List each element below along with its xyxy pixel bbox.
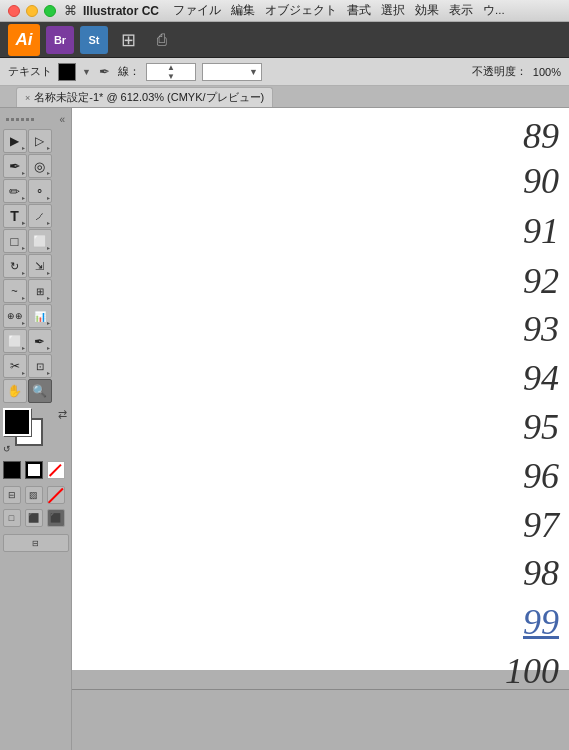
stock-icon[interactable]: St — [80, 26, 108, 54]
maximize-button[interactable] — [44, 5, 56, 17]
menu-object[interactable]: オブジェクト — [265, 3, 337, 18]
menu-view[interactable]: 表示 — [449, 3, 473, 18]
pen-tool[interactable]: ✒▸ — [3, 154, 27, 178]
shape-builder-tool[interactable]: ⊕⊕▸ — [3, 304, 27, 328]
tab-close-icon[interactable]: × — [25, 93, 30, 103]
screen-mode-row: □ ⬛ ⬛ — [3, 509, 69, 527]
screen-mode-full1[interactable]: ⬛ — [25, 509, 43, 527]
blob-brush-tool[interactable]: ⚬▸ — [28, 179, 52, 203]
ai-logo: Ai — [8, 24, 40, 56]
menu-file[interactable]: ファイル — [173, 3, 221, 18]
canvas-area[interactable]: 89 90 91 92 93 94 95 96 97 98 99 100 — [72, 108, 569, 750]
lasso-tool[interactable]: ◎▸ — [28, 154, 52, 178]
hand-tool[interactable]: ✋ — [3, 379, 27, 403]
panel-top-bar: « — [2, 112, 69, 126]
fill-color-box[interactable] — [58, 63, 76, 81]
tool-row-pen: ✒▸ ◎▸ — [3, 154, 69, 178]
gradient-tool[interactable]: ⬜▸ — [3, 329, 27, 353]
fill-arrow-icon: ▼ — [82, 67, 91, 77]
artboard-tool[interactable]: ⊡▸ — [28, 354, 52, 378]
tool-row-shape: □▸ ⬜▸ — [3, 229, 69, 253]
none-indicator[interactable] — [47, 461, 65, 479]
number-95: 95 — [523, 409, 559, 445]
number-90: 90 — [523, 163, 559, 199]
eraser-tool[interactable]: ⬜▸ — [28, 229, 52, 253]
menu-bar[interactable]: ファイル 編集 オブジェクト 書式 選択 効果 表示 ウ... — [173, 3, 505, 18]
opacity-value: 100% — [533, 66, 561, 78]
options-bar: テキスト ▼ ✒ 線： ▲▼ ▼ 不透明度： 100% — [0, 58, 569, 86]
direct-selection-tool[interactable]: ▷▸ — [28, 129, 52, 153]
eyedropper-tool[interactable]: ✒▸ — [28, 329, 52, 353]
stroke-dropdown-arrow: ▼ — [249, 67, 258, 77]
audio-icon: ⎙ — [148, 26, 176, 54]
canvas-gray — [72, 670, 569, 750]
menu-edit[interactable]: 編集 — [231, 3, 255, 18]
screen-mode-full2[interactable]: ⬛ — [47, 509, 65, 527]
close-button[interactable] — [8, 5, 20, 17]
tab-title: 名称未設定-1* @ 612.03% (CMYK/プレビュー) — [34, 90, 264, 105]
artboard-navigate[interactable]: ⊟ — [3, 534, 69, 552]
number-92: 92 — [523, 263, 559, 299]
canvas-boundary-line — [72, 689, 569, 690]
tool-label: テキスト — [8, 64, 52, 79]
swap-colors-icon[interactable]: ⇄ — [58, 408, 67, 421]
workspace-switcher[interactable]: ⊞ — [114, 26, 142, 54]
panel-collapse-icon[interactable]: « — [59, 114, 65, 125]
title-bar: ⌘ Illustrator CC ファイル 編集 オブジェクト 書式 選択 効果… — [0, 0, 569, 22]
number-91: 91 — [523, 213, 559, 249]
stroke-dropdown[interactable]: ▼ — [202, 63, 262, 81]
apple-icon: ⌘ — [64, 3, 77, 18]
tool-row-pencil: ✏▸ ⚬▸ — [3, 179, 69, 203]
rotate-tool[interactable]: ↻▸ — [3, 254, 27, 278]
tool-row-transform: ↻▸ ⇲▸ — [3, 254, 69, 278]
menu-select[interactable]: 選択 — [381, 3, 405, 18]
stroke-input[interactable]: ▲▼ — [146, 63, 196, 81]
fill-dropdown[interactable]: ▼ — [82, 67, 91, 77]
opacity-label: 不透明度： — [472, 64, 527, 79]
line-tool[interactable]: ⟋▸ — [28, 204, 52, 228]
fill-none-icon[interactable] — [47, 486, 65, 504]
menu-text[interactable]: 書式 — [347, 3, 371, 18]
number-97: 97 — [523, 507, 559, 543]
scale-tool[interactable]: ⇲▸ — [28, 254, 52, 278]
chart-tool[interactable]: 📊▸ — [28, 304, 52, 328]
type-tool[interactable]: T▸ — [3, 204, 27, 228]
tool-row-warp: ~▸ ⊞▸ — [3, 279, 69, 303]
document-tab[interactable]: × 名称未設定-1* @ 612.03% (CMYK/プレビュー) — [16, 87, 273, 107]
reset-colors-icon[interactable]: ↺ — [3, 444, 11, 454]
tool-row-scissors: ✂▸ ⊡▸ — [3, 354, 69, 378]
foreground-color-swatch[interactable] — [3, 408, 31, 436]
bottom-tools: ⊟ ▨ — [3, 486, 69, 504]
fill-gradient-icon[interactable]: ▨ — [25, 486, 43, 504]
rectangle-tool[interactable]: □▸ — [3, 229, 27, 253]
free-transform-tool[interactable]: ⊞▸ — [28, 279, 52, 303]
tab-bar: × 名称未設定-1* @ 612.03% (CMYK/プレビュー) — [0, 86, 569, 108]
zoom-tool[interactable]: 🔍 — [28, 379, 52, 403]
menu-effect[interactable]: 効果 — [415, 3, 439, 18]
artboard-nav: ⊟ — [3, 532, 69, 552]
number-99: 99 — [523, 604, 559, 640]
tool-row-builder: ⊕⊕▸ 📊▸ — [3, 304, 69, 328]
pen-icon: ✒ — [99, 64, 110, 79]
stroke-spinners[interactable]: ▲▼ — [167, 63, 175, 81]
number-93: 93 — [523, 311, 559, 347]
app-title: Illustrator CC — [83, 4, 159, 18]
stroke-indicator[interactable] — [25, 461, 43, 479]
number-94: 94 — [523, 360, 559, 396]
canvas-white — [72, 108, 569, 670]
selection-tool[interactable]: ▶▸ — [3, 129, 27, 153]
tool-row-nav: ✋ 🔍 — [3, 379, 69, 403]
scissors-tool[interactable]: ✂▸ — [3, 354, 27, 378]
menu-more[interactable]: ウ... — [483, 3, 505, 18]
pencil-tool[interactable]: ✏▸ — [3, 179, 27, 203]
bridge-icon[interactable]: Br — [46, 26, 74, 54]
minimize-button[interactable] — [26, 5, 38, 17]
tool-row-selection: ▶▸ ▷▸ — [3, 129, 69, 153]
warp-tool[interactable]: ~▸ — [3, 279, 27, 303]
number-89: 89 — [523, 118, 559, 154]
traffic-lights[interactable] — [8, 5, 56, 17]
fill-indicator[interactable] — [3, 461, 21, 479]
fill-mode-icon[interactable]: ⊟ — [3, 486, 21, 504]
screen-mode-normal[interactable]: □ — [3, 509, 21, 527]
fill-stroke-row — [3, 461, 69, 479]
